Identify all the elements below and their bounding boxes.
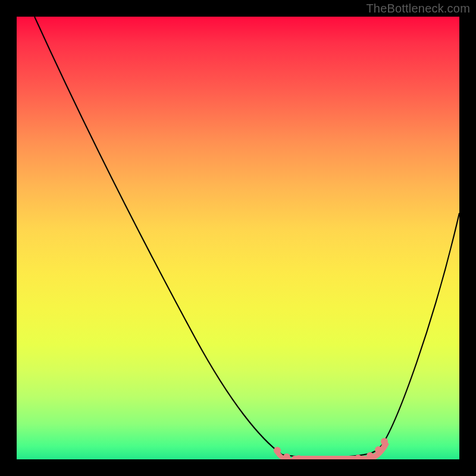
bottleneck-curve-right (382, 213, 459, 445)
marker-dot (381, 438, 388, 445)
marker-dot (274, 447, 281, 454)
marker-dot (367, 452, 374, 459)
watermark-text: TheBottleneck.com (366, 2, 470, 15)
marker-dot (375, 446, 382, 453)
marker-dot (283, 453, 290, 459)
bottleneck-curve-left (35, 17, 282, 455)
plot-area (17, 17, 459, 459)
curve-layer (17, 17, 459, 459)
chart-frame: TheBottleneck.com (0, 0, 476, 476)
